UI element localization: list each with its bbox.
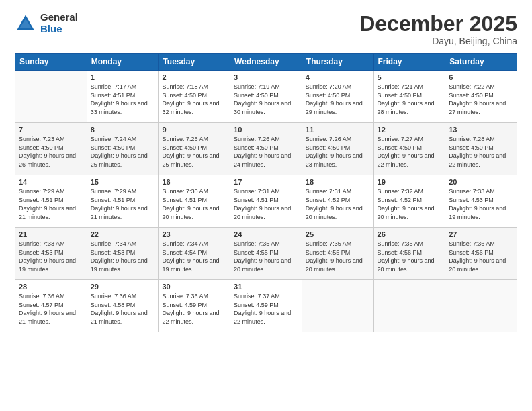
sunset-text: Sunset: 4:50 PM [378, 92, 423, 99]
cell-content: Sunrise: 7:26 AM Sunset: 4:50 PM Dayligh… [306, 135, 370, 169]
logo: General Blue [15, 12, 78, 34]
sunrise-text: Sunrise: 7:31 AM [234, 188, 280, 195]
day-number: 21 [19, 230, 83, 238]
cell-content: Sunrise: 7:36 AM Sunset: 4:59 PM Dayligh… [162, 292, 226, 326]
daylight-text: Daylight: 9 hours and 20 minutes. [234, 257, 291, 273]
cell-content: Sunrise: 7:30 AM Sunset: 4:51 PM Dayligh… [162, 187, 226, 221]
day-cell: 4 Sunrise: 7:20 AM Sunset: 4:50 PM Dayli… [302, 71, 373, 123]
sunset-text: Sunset: 4:53 PM [449, 197, 494, 203]
cell-content: Sunrise: 7:35 AM Sunset: 4:55 PM Dayligh… [306, 240, 370, 273]
column-header-friday: Friday [373, 54, 445, 71]
day-number: 16 [162, 178, 226, 186]
sunset-text: Sunset: 4:56 PM [378, 249, 423, 256]
sunset-text: Sunset: 4:50 PM [234, 92, 279, 99]
logo-general: General [40, 12, 78, 24]
daylight-text: Daylight: 9 hours and 19 minutes. [449, 205, 506, 220]
day-cell [373, 280, 445, 332]
sunset-text: Sunset: 4:51 PM [234, 197, 279, 203]
page: General Blue December 2025 Dayu, Beijing… [0, 0, 532, 411]
cell-content: Sunrise: 7:26 AM Sunset: 4:50 PM Dayligh… [234, 135, 298, 169]
column-header-wednesday: Wednesday [230, 54, 302, 71]
day-cell: 7 Sunrise: 7:23 AM Sunset: 4:50 PM Dayli… [15, 123, 87, 175]
day-cell: 6 Sunrise: 7:22 AM Sunset: 4:50 PM Dayli… [445, 71, 517, 123]
sunset-text: Sunset: 4:57 PM [19, 302, 64, 308]
cell-content: Sunrise: 7:36 AM Sunset: 4:57 PM Dayligh… [19, 292, 83, 326]
sunrise-text: Sunrise: 7:24 AM [91, 136, 137, 142]
week-row-4: 21 Sunrise: 7:33 AM Sunset: 4:53 PM Dayl… [15, 228, 517, 280]
daylight-text: Daylight: 9 hours and 29 minutes. [306, 100, 363, 116]
day-cell: 20 Sunrise: 7:33 AM Sunset: 4:53 PM Dayl… [445, 175, 517, 228]
sunrise-text: Sunrise: 7:33 AM [449, 188, 495, 195]
cell-content: Sunrise: 7:35 AM Sunset: 4:55 PM Dayligh… [234, 240, 298, 273]
sunrise-text: Sunrise: 7:35 AM [306, 240, 352, 247]
daylight-text: Daylight: 9 hours and 32 minutes. [162, 100, 219, 116]
daylight-text: Daylight: 9 hours and 25 minutes. [91, 152, 148, 168]
cell-content: Sunrise: 7:27 AM Sunset: 4:50 PM Dayligh… [378, 135, 442, 169]
daylight-text: Daylight: 9 hours and 20 minutes. [234, 205, 291, 220]
day-number: 7 [19, 126, 83, 134]
column-header-sunday: Sunday [15, 54, 87, 71]
sunset-text: Sunset: 4:50 PM [449, 92, 494, 99]
cell-content: Sunrise: 7:32 AM Sunset: 4:52 PM Dayligh… [378, 187, 442, 221]
daylight-text: Daylight: 9 hours and 20 minutes. [378, 205, 435, 220]
daylight-text: Daylight: 9 hours and 21 minutes. [91, 310, 148, 325]
sunrise-text: Sunrise: 7:31 AM [306, 188, 352, 195]
sunrise-text: Sunrise: 7:36 AM [19, 293, 65, 300]
week-row-5: 28 Sunrise: 7:36 AM Sunset: 4:57 PM Dayl… [15, 280, 517, 332]
day-number: 13 [449, 126, 513, 134]
header-row: SundayMondayTuesdayWednesdayThursdayFrid… [15, 54, 517, 71]
sunrise-text: Sunrise: 7:29 AM [91, 188, 137, 195]
day-number: 30 [162, 283, 226, 291]
day-cell: 24 Sunrise: 7:35 AM Sunset: 4:55 PM Dayl… [230, 228, 302, 280]
sunrise-text: Sunrise: 7:23 AM [19, 136, 65, 142]
sunrise-text: Sunrise: 7:32 AM [378, 188, 424, 195]
sunrise-text: Sunrise: 7:35 AM [234, 240, 280, 247]
day-number: 24 [234, 230, 298, 238]
calendar: SundayMondayTuesdayWednesdayThursdayFrid… [15, 53, 517, 332]
sunset-text: Sunset: 4:50 PM [306, 92, 351, 99]
daylight-text: Daylight: 9 hours and 21 minutes. [19, 205, 76, 220]
sunset-text: Sunset: 4:54 PM [162, 249, 207, 256]
sunset-text: Sunset: 4:50 PM [234, 144, 279, 151]
day-cell: 31 Sunrise: 7:37 AM Sunset: 4:59 PM Dayl… [230, 280, 302, 332]
sunset-text: Sunset: 4:59 PM [234, 302, 279, 308]
sunset-text: Sunset: 4:50 PM [306, 144, 351, 151]
daylight-text: Daylight: 9 hours and 21 minutes. [19, 310, 76, 325]
daylight-text: Daylight: 9 hours and 22 minutes. [162, 310, 219, 325]
day-cell: 13 Sunrise: 7:28 AM Sunset: 4:50 PM Dayl… [445, 123, 517, 175]
day-cell: 9 Sunrise: 7:25 AM Sunset: 4:50 PM Dayli… [159, 123, 230, 175]
week-row-1: 1 Sunrise: 7:17 AM Sunset: 4:51 PM Dayli… [15, 71, 517, 123]
day-cell [15, 71, 87, 123]
day-number: 14 [19, 178, 83, 186]
cell-content: Sunrise: 7:33 AM Sunset: 4:53 PM Dayligh… [19, 240, 83, 273]
sunrise-text: Sunrise: 7:30 AM [162, 188, 208, 195]
daylight-text: Daylight: 9 hours and 20 minutes. [378, 257, 435, 273]
sunrise-text: Sunrise: 7:34 AM [91, 240, 137, 247]
daylight-text: Daylight: 9 hours and 25 minutes. [162, 152, 219, 168]
day-cell: 28 Sunrise: 7:36 AM Sunset: 4:57 PM Dayl… [15, 280, 87, 332]
day-number: 9 [162, 126, 226, 134]
day-number: 8 [91, 126, 155, 134]
day-number: 29 [91, 283, 155, 291]
day-number: 11 [306, 126, 370, 134]
day-cell: 22 Sunrise: 7:34 AM Sunset: 4:53 PM Dayl… [87, 228, 159, 280]
sunset-text: Sunset: 4:59 PM [162, 302, 207, 308]
day-number: 27 [449, 230, 513, 238]
column-header-saturday: Saturday [445, 54, 517, 71]
day-number: 28 [19, 283, 83, 291]
day-number: 26 [378, 230, 442, 238]
day-number: 19 [378, 178, 442, 186]
day-cell: 25 Sunrise: 7:35 AM Sunset: 4:55 PM Dayl… [302, 228, 373, 280]
day-cell: 5 Sunrise: 7:21 AM Sunset: 4:50 PM Dayli… [373, 71, 445, 123]
sunset-text: Sunset: 4:53 PM [19, 249, 64, 256]
day-number: 6 [449, 73, 513, 81]
sunset-text: Sunset: 4:50 PM [378, 144, 423, 151]
cell-content: Sunrise: 7:21 AM Sunset: 4:50 PM Dayligh… [378, 83, 442, 116]
sunrise-text: Sunrise: 7:28 AM [449, 136, 495, 142]
title-area: December 2025 Dayu, Beijing, China [359, 12, 517, 46]
day-number: 25 [306, 230, 370, 238]
sunset-text: Sunset: 4:55 PM [306, 249, 351, 256]
daylight-text: Daylight: 9 hours and 22 minutes. [234, 310, 291, 325]
day-cell [302, 280, 373, 332]
week-row-2: 7 Sunrise: 7:23 AM Sunset: 4:50 PM Dayli… [15, 123, 517, 175]
